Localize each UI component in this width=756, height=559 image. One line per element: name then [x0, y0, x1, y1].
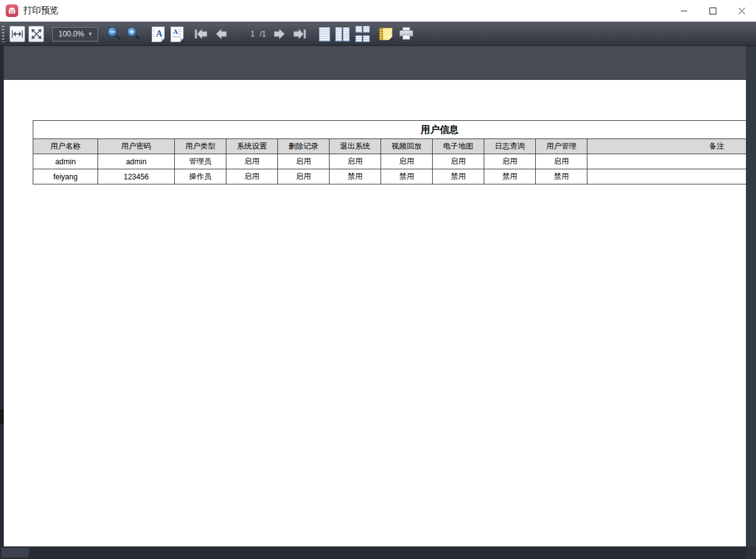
last-page-icon: [291, 28, 308, 40]
zoom-out-button[interactable]: −: [106, 26, 123, 42]
toolbar-grip[interactable]: [2, 26, 4, 42]
table-cell: 禁用: [484, 169, 536, 184]
page-total: /1: [260, 30, 266, 38]
table-cell: 启用: [381, 154, 433, 169]
last-page-button[interactable]: [291, 25, 308, 43]
four-page-view-icon: [355, 26, 362, 33]
chevron-down-icon: ▼: [87, 31, 97, 37]
table-title-row: 用户信息: [33, 121, 747, 139]
next-page-button[interactable]: [272, 25, 287, 43]
ghost-logo-icon: [8, 6, 16, 15]
single-page-view-button[interactable]: [319, 25, 330, 43]
vertical-scrollbar[interactable]: [746, 46, 756, 559]
table-cell: 管理员: [175, 154, 226, 169]
horizontal-scrollbar-thumb[interactable]: [1, 548, 29, 558]
table-cell: 禁用: [536, 169, 587, 184]
table-font-button[interactable]: A: [170, 26, 184, 42]
zoom-out-icon: −: [108, 27, 117, 37]
table-cell: 启用: [278, 154, 330, 169]
close-button[interactable]: [727, 0, 756, 22]
scrollbar-corner: [746, 546, 756, 559]
maximize-button[interactable]: [698, 0, 727, 22]
table-cell: 启用: [536, 154, 587, 169]
table-header-row: 用户名称用户密码用户类型系统设置删除记录退出系统视频回放电子地图日志查询用户管理…: [33, 139, 747, 154]
preview-area: 用户信息用户名称用户密码用户类型系统设置删除记录退出系统视频回放电子地图日志查询…: [0, 46, 756, 559]
zoom-select[interactable]: 100.0% ▼: [52, 27, 98, 42]
table-row: adminadmin管理员启用启用启用启用启用启用启用: [33, 154, 747, 169]
table-cell: 启用: [226, 169, 278, 184]
table-title: 用户信息: [33, 121, 747, 139]
app-icon: [6, 4, 18, 17]
table-cell: 123456: [98, 169, 175, 184]
page-number[interactable]: 1: [243, 30, 255, 38]
minimize-icon: [681, 8, 687, 14]
minimize-button[interactable]: [669, 0, 698, 22]
column-header: 用户管理: [536, 139, 587, 154]
table-cell: 启用: [226, 154, 278, 169]
four-page-view-button[interactable]: [355, 25, 370, 43]
column-header: 系统设置: [226, 139, 278, 154]
toolbar: 100.0% ▼ − + A A 1 /1: [0, 23, 756, 46]
title-font-button[interactable]: A: [152, 26, 165, 42]
first-page-icon: [193, 28, 209, 40]
table-cell: admin: [33, 154, 98, 169]
close-icon: [738, 8, 745, 14]
window-title: 打印预览: [23, 5, 58, 16]
previous-page-icon: [213, 28, 228, 40]
fit-width-button[interactable]: [9, 26, 25, 42]
fit-page-icon: [31, 28, 42, 40]
document-page: 用户信息用户名称用户密码用户类型系统设置删除记录退出系统视频回放电子地图日志查询…: [4, 80, 746, 546]
column-header: 用户密码: [98, 139, 175, 154]
column-header: 备注: [587, 139, 747, 154]
table-cell: 禁用: [433, 169, 484, 184]
titlebar: 打印预览: [0, 0, 756, 22]
table-cell: 启用: [433, 154, 484, 169]
two-page-view-icon: [335, 27, 342, 42]
table-cell: 启用: [278, 169, 330, 184]
zoom-value: 100.0%: [53, 30, 87, 38]
column-header: 退出系统: [330, 139, 381, 154]
user-info-table: 用户信息用户名称用户密码用户类型系统设置删除记录退出系统视频回放电子地图日志查询…: [33, 120, 746, 184]
zoom-in-icon: +: [127, 27, 136, 37]
left-edge-strip: [0, 46, 4, 546]
fit-page-button[interactable]: [28, 26, 44, 42]
column-header: 日志查询: [484, 139, 536, 154]
horizontal-scrollbar[interactable]: [0, 546, 746, 559]
table-cell: 禁用: [381, 169, 433, 184]
previous-page-button[interactable]: [213, 25, 228, 43]
print-button[interactable]: [398, 26, 414, 42]
single-page-view-icon: [319, 27, 330, 42]
column-header: 电子地图: [433, 139, 484, 154]
table-cell: [587, 154, 747, 169]
table-cell: 启用: [330, 154, 381, 169]
column-header: 用户名称: [33, 139, 98, 154]
table-cell: admin: [98, 154, 175, 169]
table-cell: 禁用: [330, 169, 381, 184]
next-page-icon: [272, 28, 287, 40]
two-page-view-button[interactable]: [335, 25, 350, 43]
first-page-button[interactable]: [193, 25, 209, 43]
table-cell: [587, 169, 747, 184]
zoom-in-button[interactable]: +: [126, 26, 142, 42]
table-row: feiyang123456操作员启用启用禁用禁用禁用禁用禁用: [33, 169, 747, 184]
column-header: 视频回放: [381, 139, 433, 154]
table-cell: 启用: [484, 154, 536, 169]
column-header: 用户类型: [175, 139, 226, 154]
page-setup-icon: [382, 28, 392, 40]
page-setup-button[interactable]: [379, 26, 393, 42]
table-cell: feiyang: [33, 169, 98, 184]
table-cell: 操作员: [175, 169, 226, 184]
maximize-icon: [709, 8, 716, 14]
column-header: 删除记录: [278, 139, 330, 154]
fit-width-icon: [11, 29, 23, 39]
window-controls: [669, 0, 756, 22]
